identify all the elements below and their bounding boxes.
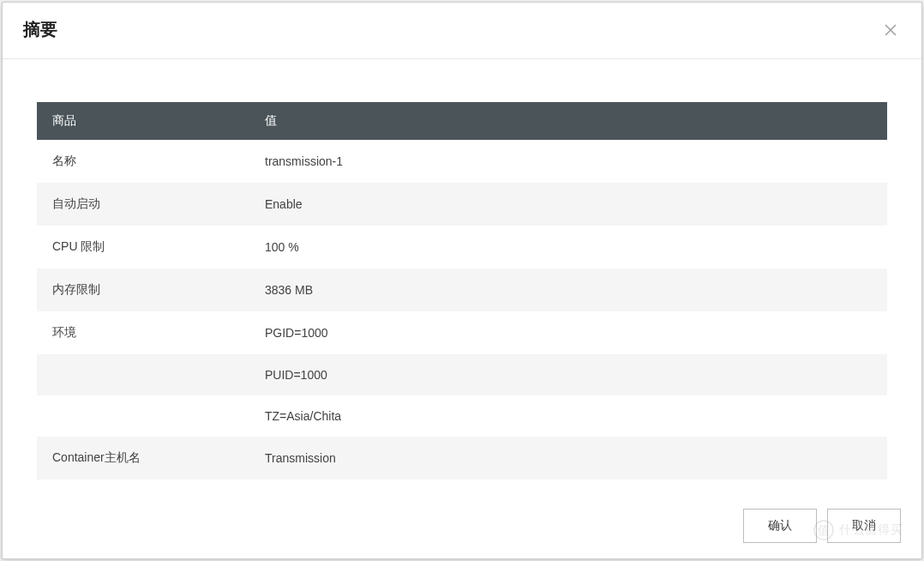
close-icon — [884, 23, 897, 37]
close-button[interactable] — [880, 20, 901, 40]
modal-header: 摘要 — [3, 3, 921, 59]
summary-modal: 摘要 商品 值 名称 transmission-1 自动启动 — [2, 2, 922, 559]
row-value: PGID=1000 — [249, 311, 887, 354]
header-property: 商品 — [37, 102, 249, 140]
cancel-button[interactable]: 取消 — [827, 509, 901, 543]
row-property: 内存限制 — [37, 268, 249, 311]
table-row: 名称 transmission-1 — [37, 140, 887, 183]
row-value: TZ=Asia/Chita — [249, 395, 887, 437]
row-value: Transmission — [249, 437, 887, 480]
row-property — [37, 395, 249, 437]
modal-footer: 确认 取消 — [3, 497, 921, 558]
table-row: 自动启动 Enable — [37, 183, 887, 226]
row-value: transmission-1 — [249, 140, 887, 183]
row-property: CPU 限制 — [37, 226, 249, 268]
row-property: Container主机名 — [37, 437, 249, 480]
table-row: 环境 PGID=1000 — [37, 311, 887, 354]
row-value: 3836 MB — [249, 268, 887, 311]
row-property: 自动启动 — [37, 183, 249, 226]
table-row: Container主机名 Transmission — [37, 437, 887, 480]
row-value: 100 % — [249, 226, 887, 268]
table-row: PUID=1000 — [37, 354, 887, 395]
confirm-button[interactable]: 确认 — [743, 509, 817, 543]
row-property: 名称 — [37, 140, 249, 183]
modal-title: 摘要 — [23, 18, 57, 41]
row-value: PUID=1000 — [249, 354, 887, 395]
row-property: 环境 — [37, 311, 249, 354]
summary-table: 商品 值 名称 transmission-1 自动启动 Enable CPU 限… — [37, 102, 887, 480]
table-row: CPU 限制 100 % — [37, 226, 887, 268]
modal-body[interactable]: 商品 值 名称 transmission-1 自动启动 Enable CPU 限… — [3, 59, 921, 497]
table-row: TZ=Asia/Chita — [37, 395, 887, 437]
row-value: Enable — [249, 183, 887, 226]
row-property — [37, 354, 249, 395]
header-value: 值 — [249, 102, 887, 140]
table-row: 内存限制 3836 MB — [37, 268, 887, 311]
table-header-row: 商品 值 — [37, 102, 887, 140]
